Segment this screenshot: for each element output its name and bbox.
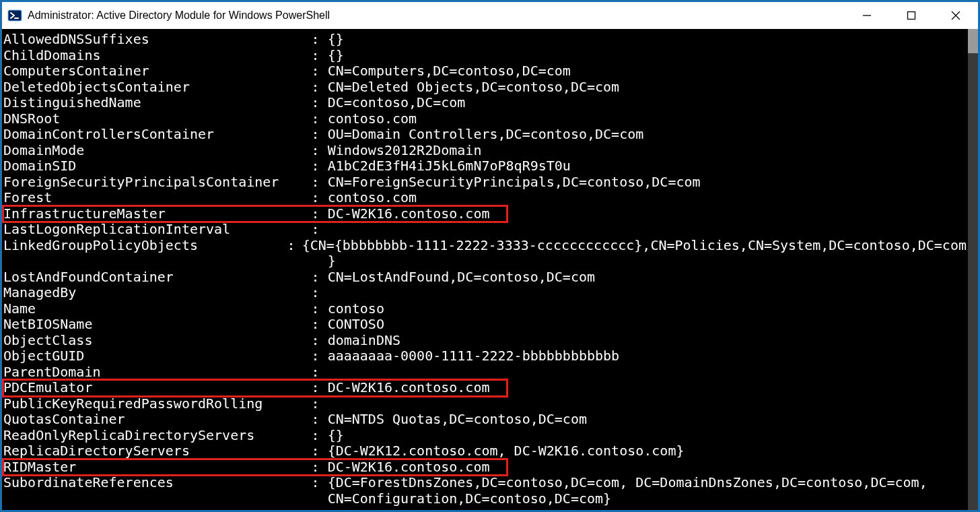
output-line: PDCEmulator : DC-W2K16.contoso.com (3, 380, 967, 396)
console-area[interactable]: AllowedDNSSuffixes : {}ChildDomains : {}… (2, 29, 978, 510)
vertical-scrollbar[interactable] (968, 29, 978, 510)
separator: : (312, 269, 328, 286)
separator: : (312, 174, 328, 191)
separator: : (312, 206, 328, 222)
property-value: DC-W2K16.contoso.com (328, 206, 490, 222)
property-value: aaaaaaaa-0000-1111-2222-bbbbbbbbbbbb (328, 348, 619, 364)
output-line: DomainSID : A1bC2dE3fH4iJ5kL6mN7oP8qR9sT… (3, 158, 967, 174)
window-controls (845, 2, 978, 29)
powershell-window: Administrator: Active Directory Module f… (0, 0, 980, 512)
property-name: PDCEmulator (3, 380, 312, 396)
property-name: LostAndFoundContainer (3, 269, 312, 286)
title-bar: Administrator: Active Directory Module f… (2, 2, 978, 29)
property-value: {} (328, 32, 344, 48)
property-value: A1bC2dE3fH4iJ5kL6mN7oP8qR9sT0u (328, 158, 571, 174)
property-name: ReplicaDirectoryServers (3, 443, 312, 459)
separator: : (312, 63, 328, 79)
output-line: QuotasContainer : CN=NTDS Quotas,DC=cont… (3, 412, 967, 428)
separator: : (312, 79, 328, 96)
property-value: CN=ForeignSecurityPrincipals,DC=contoso,… (328, 174, 701, 191)
separator: : (312, 364, 328, 381)
property-value: CN=Deleted Objects,DC=contoso,DC=com (328, 79, 619, 96)
property-name: Name (3, 301, 312, 317)
property-value: } (328, 253, 336, 269)
output-line: DistinguishedName : DC=contoso,DC=com (3, 95, 967, 111)
output-line: ReplicaDirectoryServers : {DC-W2K12.cont… (3, 443, 967, 459)
output-line: DomainMode : Windows2012R2Domain (3, 143, 967, 159)
property-name: DeletedObjectsContainer (3, 79, 312, 96)
property-name: Forest (3, 190, 312, 206)
property-name: ForeignSecurityPrincipalsContainer (3, 174, 312, 191)
title-bar-left: Administrator: Active Directory Module f… (7, 8, 330, 23)
separator: : (312, 143, 328, 159)
property-value: DC=contoso,DC=com (328, 95, 466, 111)
property-name: ParentDomain (3, 364, 312, 381)
output-line: Forest : contoso.com (3, 190, 967, 206)
property-value: CN=LostAndFound,DC=contoso,DC=com (328, 269, 595, 286)
property-value: CONTOSO (328, 317, 384, 333)
property-name: RIDMaster (3, 459, 312, 476)
separator: : (312, 396, 328, 412)
separator: : (312, 443, 328, 459)
output-line: LostAndFoundContainer : CN=LostAndFound,… (3, 269, 967, 286)
property-name: SubordinateReferences (3, 475, 312, 491)
output-line: ObjectGUID : aaaaaaaa-0000-1111-2222-bbb… (3, 348, 967, 364)
output-line: ManagedBy : (3, 285, 967, 301)
property-value: {DC=ForestDnsZones,DC=contoso,DC=com, DC… (328, 475, 928, 491)
property-value: domainDNS (328, 333, 400, 349)
property-name: LinkedGroupPolicyObjects (3, 238, 287, 254)
output-line: DomainControllersContainer : OU=Domain C… (3, 127, 967, 143)
property-name: DistinguishedName (3, 95, 312, 111)
separator: : (312, 95, 328, 111)
property-name: QuotasContainer (3, 412, 312, 428)
maximize-button[interactable] (889, 2, 934, 29)
output-line: ObjectClass : domainDNS (3, 333, 967, 349)
output-line: ParentDomain : (3, 364, 967, 381)
close-button[interactable] (934, 2, 978, 29)
console-text: AllowedDNSSuffixes : {}ChildDomains : {}… (2, 29, 968, 510)
separator: : (312, 222, 328, 238)
scrollbar-thumb[interactable] (968, 29, 978, 53)
separator: : (312, 301, 328, 317)
property-name: ManagedBy (3, 285, 312, 301)
property-value: Windows2012R2Domain (328, 143, 482, 159)
output-line: ReadOnlyReplicaDirectoryServers : {} (3, 428, 967, 444)
svg-rect-3 (908, 12, 915, 20)
property-name: ObjectGUID (3, 348, 312, 364)
output-line: AllowedDNSSuffixes : {} (3, 32, 967, 48)
output-line: DeletedObjectsContainer : CN=Deleted Obj… (3, 79, 967, 96)
property-value: CN=NTDS Quotas,DC=contoso,DC=com (328, 412, 587, 428)
powershell-icon (7, 8, 22, 23)
separator: : (312, 285, 328, 301)
property-name: NetBIOSName (3, 317, 312, 333)
property-name: ComputersContainer (3, 63, 312, 79)
property-name: ObjectClass (3, 333, 312, 349)
property-value: {CN={bbbbbbbb-1111-2222-3333-ccccccccccc… (302, 238, 967, 254)
output-line: LinkedGroupPolicyObjects : {CN={bbbbbbbb… (3, 238, 967, 254)
separator: : (312, 48, 328, 64)
output-line-continuation: CN=Configuration,DC=contoso,DC=com} (3, 491, 967, 507)
separator: : (312, 380, 328, 396)
property-name: DomainControllersContainer (3, 127, 312, 143)
property-name: DNSRoot (3, 111, 312, 127)
separator: : (312, 412, 328, 428)
property-value: contoso.com (328, 190, 417, 206)
output-line: DNSRoot : contoso.com (3, 111, 967, 127)
separator: : (312, 158, 328, 174)
svg-line-5 (952, 11, 960, 20)
property-value: contoso (328, 301, 384, 317)
output-line: Name : contoso (3, 301, 967, 317)
property-value: {} (328, 48, 344, 64)
separator: : (312, 127, 328, 143)
property-value: DC-W2K16.contoso.com (328, 459, 490, 476)
output-line: RIDMaster : DC-W2K16.contoso.com (3, 459, 967, 476)
property-name: ChildDomains (3, 48, 312, 64)
property-name: InfrastructureMaster (3, 206, 312, 222)
property-value: {DC-W2K12.contoso.com, DC-W2K16.contoso.… (328, 443, 685, 459)
separator: : (312, 348, 328, 364)
property-name: LastLogonReplicationInterval (3, 222, 312, 238)
output-line: InfrastructureMaster : DC-W2K16.contoso.… (3, 206, 967, 222)
minimize-button[interactable] (845, 2, 889, 29)
property-name: DomainMode (3, 143, 312, 159)
output-line: SubordinateReferences : {DC=ForestDnsZon… (3, 475, 967, 491)
